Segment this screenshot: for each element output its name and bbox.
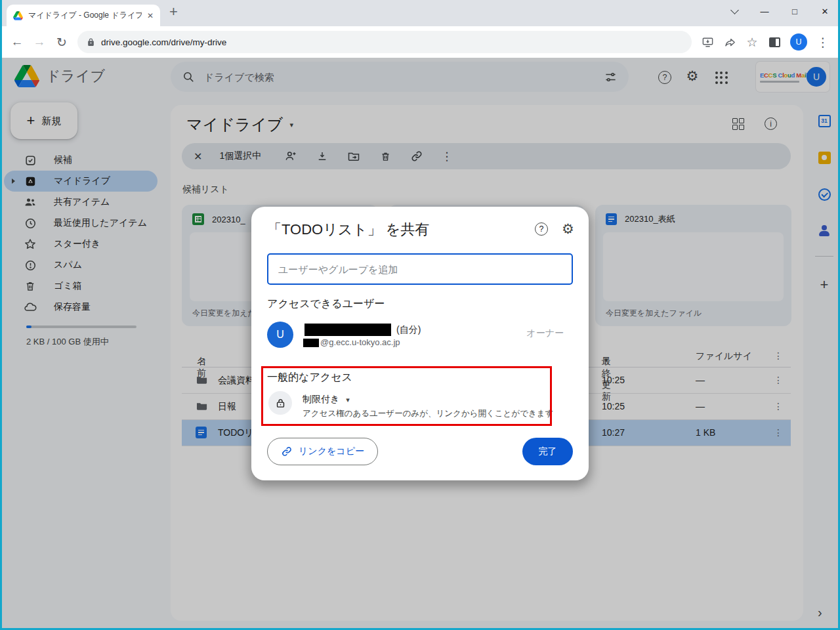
browser-avatar[interactable]: U [790,33,807,51]
dialog-title: 「TODOリスト」 を共有 [267,220,429,240]
maximize-button[interactable]: □ [780,0,810,22]
owner-role: オーナー [526,327,564,339]
owner-name-redacted [304,324,391,336]
forward-icon[interactable]: → [29,32,50,52]
tab-search-chevron-icon[interactable] [719,0,749,22]
add-people-input[interactable] [267,253,573,285]
browser-tab[interactable]: マイドライブ - Google ドライブ ✕ [7,5,160,26]
dialog-help-icon[interactable]: ? [535,222,548,236]
url-text: drive.google.com/drive/my-drive [101,37,226,47]
restricted-lock-icon [268,391,292,415]
drive-favicon [13,11,23,20]
browser-menu-icon[interactable]: ⋮ [812,32,833,52]
copy-link-button[interactable]: リンクをコピー [267,438,378,465]
share-dialog: 「TODOリスト」 を共有 ? ⚙ アクセスできるユーザー U (自分) @g.… [251,207,589,480]
done-button[interactable]: 完了 [522,438,573,465]
chevron-down-icon: ▾ [346,396,350,404]
people-with-access-label: アクセスできるユーザー [267,297,385,311]
new-tab-button[interactable]: + [169,3,178,20]
back-icon[interactable]: ← [7,32,28,52]
tab-title: マイドライブ - Google ドライブ [28,10,142,21]
access-level-dropdown[interactable]: 制限付き ▾ [303,394,350,406]
browser-tabstrip: マイドライブ - Google ドライブ ✕ + — □ ✕ [0,0,840,26]
lock-icon [87,38,95,47]
access-description: アクセス権のあるユーザーのみが、リンクから開くことができます [303,408,553,419]
share-icon[interactable] [719,32,740,52]
close-button[interactable]: ✕ [810,0,840,22]
reload-icon[interactable]: ↻ [51,32,72,52]
owner-avatar: U [267,322,293,348]
tab-close-icon[interactable]: ✕ [147,11,154,20]
install-icon[interactable] [697,32,718,52]
owner-email-redacted [303,339,319,347]
owner-row[interactable]: U (自分) @g.ecc.u-tokyo.ac.jp オーナー [267,320,573,351]
minimize-button[interactable]: — [749,0,780,22]
side-panel-icon[interactable] [764,32,785,52]
bookmark-star-icon[interactable]: ☆ [742,32,763,52]
url-bar[interactable]: drive.google.com/drive/my-drive [77,31,692,53]
browser-navbar: ← → ↻ drive.google.com/drive/my-drive ☆ … [0,26,840,58]
link-icon [281,446,293,457]
dialog-settings-icon[interactable]: ⚙ [562,221,574,237]
general-access-label: 一般的なアクセス [267,371,352,385]
owner-email-suffix: @g.ecc.u-tokyo.ac.jp [320,337,400,347]
owner-self-label: (自分) [396,324,421,336]
window-controls: — □ ✕ [719,0,840,22]
